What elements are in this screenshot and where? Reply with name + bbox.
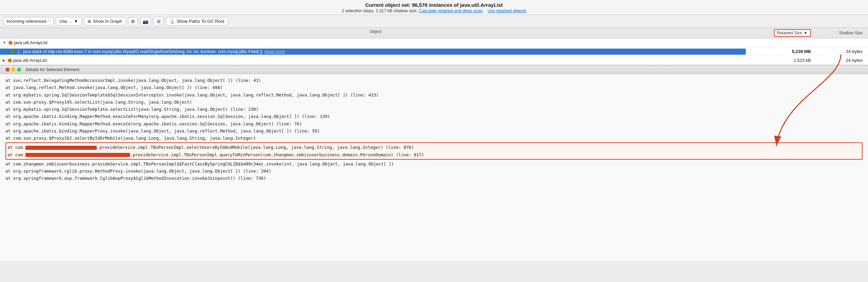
camera-button[interactable]: 📷 [140,17,151,26]
details-header: Details for Selected Element [0,66,868,74]
anchor-icon-small: ⚓ [16,49,21,54]
minimize-button[interactable] [11,68,15,72]
expand-triangle-icon[interactable]: ▶ [3,58,5,62]
table-row[interactable]: ▶ java.util.ArrayList 1,523 kB 24 bytes [0,56,868,65]
object-name: java.util.ArrayList [14,40,48,45]
top-bar: Current object set: 96,576 instances of … [0,0,868,15]
chevron-down-icon: ▼ [74,19,78,24]
detail-line: at org.springframework.cglib.proxy.Metho… [5,168,863,175]
detail-line: at org.apache.ibatis.binding.MapperMetho… [5,113,863,120]
detail-line: at com.sun.proxy.$Proxy145.selectList(ja… [5,99,863,106]
use-button[interactable]: Use ... ▼ [56,17,82,25]
maximize-button[interactable] [17,68,21,72]
row-object: ▼ java.util.ArrayList [0,40,746,45]
show-in-graph-button[interactable]: ⊞ Show In Graph [84,17,126,25]
camera-icon: 📷 [143,19,148,24]
redacted-text-2 [25,153,130,157]
expand-triangle-icon[interactable]: ▼ [3,41,6,45]
detail-line: at com.zhangmen.zmbizuserbusiness.provid… [5,160,863,168]
row-retained: 5,239 MB [746,49,814,54]
use-retained-link[interactable]: Use retained objects [488,8,526,13]
anchor-icon: ⚓ [169,19,175,24]
row-shallow: 24 bytes [814,58,868,63]
monitor-button[interactable]: 🖥 [153,17,164,26]
table-row[interactable]: ⚓ java stack of http-nio-8080-exec-7 in … [0,47,868,56]
object-name: java stack of http-nio-8080-exec-7 in co… [23,49,263,54]
detail-line: at org.mybatis.spring.SqlSessionTemplate… [5,106,863,113]
details-panel: Details for Selected Element at sun.refl… [0,65,868,261]
col-shallow-header: Shallow Size [814,29,868,37]
object-icon [8,41,13,45]
object-icon [8,58,12,63]
graph-icon: ⊞ [88,19,91,24]
sort-desc-icon: ▼ [803,31,808,35]
highlight-line-2: at com. .provideService.impl.TBsPersonIm… [7,151,861,158]
details-content: at sun.reflect.DelegatingMethodAccessorI… [0,74,868,261]
row-object: ▶ java.util.ArrayList [0,58,746,63]
col-object-header: Object [0,29,746,37]
detail-line: at org.mybatis.spring.SqlSessionTemplate… [5,91,863,99]
use-label: Use ... [59,19,72,24]
page-title: Current object set: 96,576 instances of … [5,2,863,8]
row-shallow: 24 bytes [814,49,868,54]
table-header: Object Retained Size ▼ Shallow Size [0,28,868,38]
toolbar: Incoming references ⌃ Use ... ▼ ⊞ Show I… [0,15,868,28]
table-row[interactable]: ▼ java.util.ArrayList [0,38,868,47]
detail-line: at java.lang.reflect.Method.invoke(java.… [5,84,863,91]
detail-line: at sun.reflect.DelegatingMethodAccessorI… [5,77,863,84]
incoming-references-dropdown[interactable]: Incoming references ⌃ [3,17,54,25]
detail-line: at org.apache.ibatis.binding.MapperProxy… [5,127,863,135]
detail-line: at org.apache.ibatis.binding.MapperMetho… [5,120,863,127]
col-retained-header-wrapper: Retained Size ▼ [746,29,814,37]
incoming-references-label: Incoming references [6,19,47,24]
row-object: ⚓ java stack of http-nio-8080-exec-7 in … [0,49,746,55]
traffic-lights [5,68,21,72]
close-button[interactable] [5,68,10,72]
chevron-down-icon: ⌃ [48,19,51,23]
gear-icon: ⚙ [131,19,135,24]
show-more-link[interactable]: show more [264,49,285,54]
show-paths-label: Show Paths To GC Root [177,19,224,24]
calc-retained-link[interactable]: Calculate retained and deep sizes [419,8,483,13]
show-paths-button[interactable]: ⚓ Show Paths To GC Root [166,17,228,25]
col-retained-header-box: Retained Size ▼ [774,29,811,37]
detail-line: at com.sun.proxy.$Proxy162.selectByIdOrM… [5,135,863,142]
col-retained-label: Retained Size [777,31,802,35]
show-in-graph-label: Show In Graph [93,19,122,24]
highlight-line-1: at com. .provideService.impl.TBsPersonIm… [7,144,861,151]
details-title: Details for Selected Element [26,67,79,72]
object-name: java.util.ArrayList [13,58,47,63]
highlight-box: at com. .provideService.impl.TBsPersonIm… [5,142,863,160]
settings-button[interactable]: ⚙ [128,17,138,26]
object-icon [11,50,15,54]
row-retained: 1,523 kB [746,58,814,63]
object-table: Object Retained Size ▼ Shallow Size ▼ ja… [0,28,868,65]
detail-line: at org.springframework.aop.framework.Cgl… [5,175,863,182]
redacted-text [25,146,97,150]
page-subtitle: 2 selection steps, 2,317 kB shallow size… [5,8,863,13]
monitor-icon: 🖥 [156,18,161,24]
